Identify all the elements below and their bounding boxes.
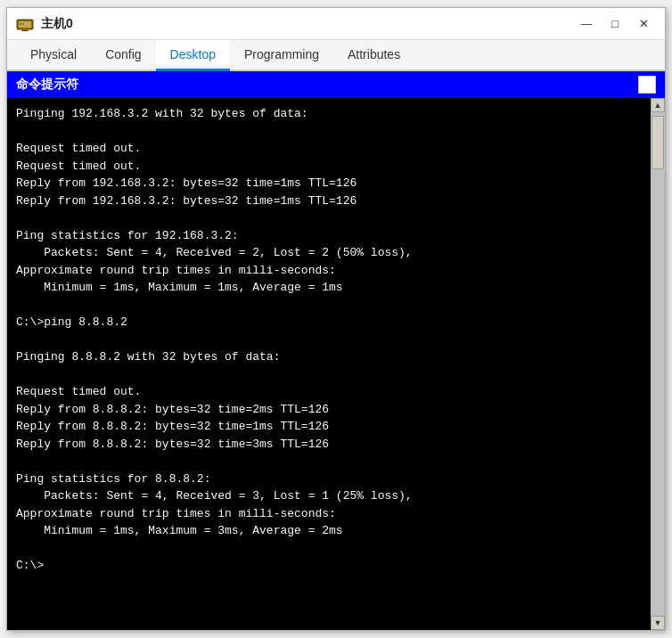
svg-rect-2 <box>23 28 27 30</box>
title-bar-left: 主机0 <box>16 15 73 33</box>
tab-bar: Physical Config Desktop Programming Attr… <box>7 40 665 71</box>
cmd-header: 命令提示符 <box>7 71 665 98</box>
cmd-header-label: 命令提示符 <box>16 77 78 93</box>
app-icon <box>16 15 34 33</box>
scrollbar-track[interactable] <box>651 112 665 616</box>
scroll-down-arrow[interactable]: ▼ <box>651 616 665 630</box>
scrollbar[interactable]: ▲ ▼ <box>651 98 665 630</box>
tab-attributes[interactable]: Attributes <box>333 40 414 71</box>
terminal-output[interactable]: Pinging 192.168.3.2 with 32 bytes of dat… <box>7 98 651 630</box>
window-title: 主机0 <box>41 16 73 32</box>
tab-programming[interactable]: Programming <box>230 40 333 71</box>
title-bar: 主机0 — □ ✕ <box>7 8 665 40</box>
svg-rect-3 <box>21 30 29 31</box>
cmd-header-icon[interactable] <box>638 76 656 94</box>
tab-config[interactable]: Config <box>91 40 155 71</box>
terminal-area: Pinging 192.168.3.2 with 32 bytes of dat… <box>7 98 665 630</box>
tab-physical[interactable]: Physical <box>16 40 91 71</box>
main-window: 主机0 — □ ✕ Physical Config Desktop Progra… <box>6 7 666 631</box>
close-button[interactable]: ✕ <box>631 14 656 34</box>
svg-point-5 <box>22 23 24 25</box>
title-bar-controls: — □ ✕ <box>574 14 656 34</box>
svg-point-4 <box>20 23 21 25</box>
minimize-button[interactable]: — <box>574 14 599 34</box>
tab-desktop[interactable]: Desktop <box>156 40 230 71</box>
scroll-up-arrow[interactable]: ▲ <box>651 98 665 112</box>
maximize-button[interactable]: □ <box>602 14 627 34</box>
scrollbar-thumb[interactable] <box>652 116 664 169</box>
